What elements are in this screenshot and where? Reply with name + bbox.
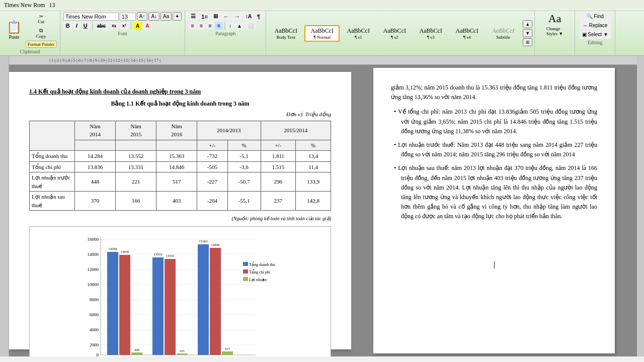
font-case-button[interactable]: Aa <box>160 12 172 21</box>
style-s2-preview: AaBbCcI <box>380 27 409 35</box>
change-styles-icon: Aa <box>548 12 561 25</box>
h-pm2: +/- <box>261 140 296 151</box>
find-button[interactable]: 🔍 Find <box>580 12 611 21</box>
cut-button[interactable]: ✂ Cut <box>26 12 57 26</box>
font-shrink-button[interactable]: A↓ <box>148 12 159 21</box>
left-scroll-area[interactable]: 1.4 Kết quả hoạt động kinh doanh của doa… <box>9 65 351 356</box>
copy-label: Copy <box>36 34 46 39</box>
change-styles-group: Aa ChangeStyles ▼ <box>535 11 575 55</box>
clipboard-items: 📋 Paste ✂ Cut ⧉ Copy Format Painter <box>3 12 57 48</box>
svg-text:6000: 6000 <box>90 312 99 317</box>
sep3 <box>224 22 225 30</box>
right-scroll-area[interactable]: giảm 3,12%; năm 2015 doanh thu là 15.363… <box>351 65 637 356</box>
numbering-button[interactable]: 1≡ <box>199 12 210 21</box>
styles-group: AaBbCcI Body Text AaBbCcI ¶ Normal AaBbC… <box>266 11 535 55</box>
multi-list-button[interactable]: ⊞ <box>211 12 220 21</box>
paste-label: Paste <box>9 34 19 40</box>
row4-2015: 166 <box>116 192 156 211</box>
right-ruler <box>351 56 637 65</box>
style-s2[interactable]: AaBbCcI ¶ s2 <box>377 26 412 41</box>
svg-text:14284: 14284 <box>108 247 117 251</box>
align-center-button[interactable]: ≡ <box>197 22 205 30</box>
styles-scroll-up[interactable]: ▲ <box>523 20 532 28</box>
row1-2014: 14.284 <box>75 151 116 162</box>
clear-format-button[interactable]: ✦ <box>173 12 182 21</box>
row1-2015: 13.552 <box>116 151 156 162</box>
select-button[interactable]: ▣ Select ▼ <box>580 30 611 39</box>
right-scrollbar[interactable] <box>637 56 644 356</box>
style-s1-preview: AaBbCcI <box>344 27 372 35</box>
style-s3[interactable]: AaBbCcI ¶ s3 <box>413 26 448 41</box>
bar-2014-doanhthu <box>107 252 118 355</box>
line-spacing-button[interactable]: ↕ <box>226 22 234 30</box>
style-subtitle[interactable]: AaBbCcI Subtitle <box>486 26 521 41</box>
row3-2015: 221 <box>116 172 156 192</box>
shading-button[interactable]: ▲ <box>234 22 245 30</box>
format-painter-button[interactable]: Format Painter <box>26 41 57 48</box>
decrease-indent-button[interactable]: ← <box>221 12 231 21</box>
col-header-name <box>30 121 75 151</box>
style-s4-preview: AaBbCcI <box>453 27 481 35</box>
col-2015-2014: 2015/2014 <box>261 121 331 140</box>
bullet-para-1: Về tổng chi phí: năm 2013 chi phí đạt 13… <box>391 107 597 136</box>
separator2 <box>131 22 131 30</box>
style-body-text[interactable]: AaBbCcI Body Text <box>268 26 303 41</box>
align-right-button[interactable]: ≡ <box>206 22 214 30</box>
svg-text:8000: 8000 <box>90 297 99 302</box>
styles-expand[interactable]: ⊞ <box>523 38 532 46</box>
strikethrough-button[interactable]: abc <box>95 22 108 30</box>
row3-2014: 448 <box>75 172 116 192</box>
align-left-button[interactable]: ≡ <box>188 22 196 30</box>
font-name-display: Times New Rom <box>4 2 45 9</box>
style-s4[interactable]: AaBbCcI ¶ s4 <box>449 26 485 41</box>
row3-pm1: -227 <box>197 172 227 192</box>
bar-2016-doanhthu <box>198 244 209 355</box>
bar-2016-loinhuan <box>222 351 233 355</box>
row3-name: Lợi nhuận trước thuế <box>30 172 75 192</box>
bullets-button[interactable]: ☰ <box>188 12 198 21</box>
replace-button[interactable]: ↔ Replace <box>580 21 611 30</box>
font-size-display: 13 <box>49 2 55 9</box>
font-name-input[interactable] <box>63 13 119 21</box>
legend-blue <box>243 262 248 266</box>
chart-container: 16000 14000 12000 10000 8000 6000 4000 2… <box>29 226 331 356</box>
row2-pct2: 11,4 <box>296 161 331 172</box>
svg-text:448: 448 <box>134 348 140 352</box>
font-group: A↑ A↓ Aa ✦ B I U abc x₂ x² A A <box>60 11 186 55</box>
text-cursor <box>494 261 495 268</box>
font-size-input[interactable] <box>120 13 136 21</box>
subscript-button[interactable]: x₂ <box>109 22 119 29</box>
superscript-button[interactable]: x² <box>120 22 129 29</box>
row1-pm2: 1.811 <box>261 151 296 162</box>
paste-button[interactable]: 📋 Paste <box>3 19 25 41</box>
copy-button[interactable]: ⧉ Copy <box>26 26 57 40</box>
font-grow-button[interactable]: A↑ <box>137 12 148 21</box>
font-color-button[interactable]: A <box>143 22 151 30</box>
style-s1[interactable]: AaBbCcI ¶ s1 <box>341 26 376 41</box>
svg-text:517: 517 <box>225 347 230 351</box>
clipboard-group: 📋 Paste ✂ Cut ⧉ Copy Format Painter <box>0 11 60 55</box>
border-button[interactable]: ⬜ <box>245 22 256 30</box>
italic-button[interactable]: I <box>73 22 80 30</box>
row2-2014: 13.836 <box>75 161 116 172</box>
row2-pct1: -3,6 <box>227 161 261 172</box>
bar-2015-chiphi <box>165 259 176 355</box>
bold-button[interactable]: B <box>63 22 72 30</box>
sort-button[interactable]: ↕A <box>243 12 254 21</box>
show-formatting-button[interactable]: ¶ <box>255 12 263 21</box>
svg-text:Tổng chi phí: Tổng chi phí <box>249 269 271 275</box>
bar-2014-chiphi <box>119 255 130 355</box>
editing-label: Editing <box>588 40 602 45</box>
table-source: (Nguồn: phòng kế toán và tính toán của t… <box>29 215 331 222</box>
styles-scroll-down[interactable]: ▼ <box>523 29 532 37</box>
increase-indent-button[interactable]: → <box>232 12 243 21</box>
style-normal[interactable]: AaBbCcI ¶ Normal <box>304 25 340 42</box>
row3-pct2: 133,9 <box>296 172 331 192</box>
highlight-button[interactable]: A <box>133 22 142 30</box>
svg-text:4000: 4000 <box>90 327 99 332</box>
paragraph-group: ☰ 1≡ ⊞ ← → ↕A ¶ ≡ ≡ ≡ ≡ ↕ ▲ ⬜ <box>185 11 266 55</box>
justify-button[interactable]: ≡ <box>215 22 223 30</box>
row3-pct1: -50,7 <box>227 172 261 192</box>
underline-button[interactable]: U <box>81 22 90 30</box>
svg-text:13836: 13836 <box>120 250 129 254</box>
